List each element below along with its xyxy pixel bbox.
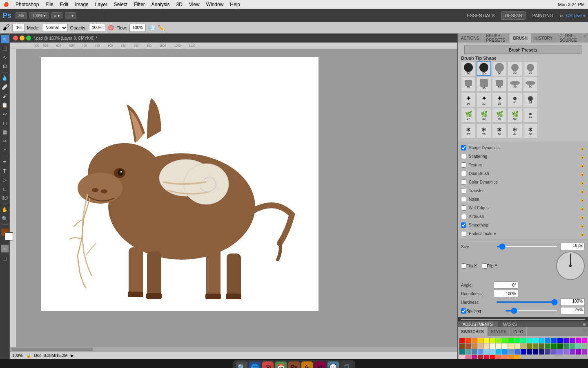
swatch-color[interactable] — [551, 349, 557, 355]
menu-filter[interactable]: Filter — [134, 2, 145, 7]
swatch-color[interactable] — [496, 338, 501, 343]
swatch-color[interactable] — [478, 338, 483, 343]
texture-lock[interactable]: 🔒 — [580, 163, 585, 167]
swatch-color[interactable] — [490, 355, 495, 359]
swatch-color[interactable] — [576, 349, 581, 355]
workspace-design[interactable]: DESIGN — [501, 11, 526, 20]
swatch-color[interactable] — [514, 343, 520, 349]
tab-actions[interactable]: ACTIONS — [458, 34, 483, 43]
swatch-color[interactable] — [582, 338, 587, 343]
menu-image[interactable]: Image — [75, 2, 88, 7]
hardness-value[interactable]: 100% — [560, 298, 585, 306]
canvas-scroll[interactable] — [16, 49, 457, 347]
brush-cell-5[interactable]: 25 — [523, 61, 538, 76]
brush-cell-4[interactable]: 25 — [508, 61, 522, 76]
swatch-color[interactable] — [533, 349, 538, 355]
tab-swatches[interactable]: SWATCHES — [458, 327, 488, 336]
wet-edges-lock[interactable]: 🔒 — [580, 206, 585, 210]
swatch-color[interactable] — [521, 343, 526, 349]
transfer-checkbox[interactable] — [461, 188, 466, 193]
minimize-button[interactable] — [20, 36, 24, 40]
horizontal-scrollbar[interactable] — [10, 347, 457, 352]
swatch-color[interactable] — [466, 349, 471, 355]
brush-cell-22[interactable]: ❄ 23 — [477, 123, 491, 138]
swatch-color[interactable] — [472, 355, 477, 359]
brush-cell-8[interactable]: 25 — [492, 77, 507, 92]
swatch-color[interactable] — [521, 349, 526, 355]
swatch-color[interactable] — [502, 338, 508, 343]
dock-icon-id[interactable]: Id — [314, 361, 326, 368]
swatch-color[interactable] — [478, 349, 483, 355]
swatch-color[interactable] — [459, 338, 465, 343]
menu-analysis[interactable]: Analysis — [151, 2, 170, 7]
maximize-button[interactable] — [26, 36, 31, 40]
swatch-color[interactable] — [539, 349, 544, 355]
airbrush-lock[interactable]: 🔒 — [580, 214, 585, 219]
menu-select[interactable]: Select — [114, 2, 127, 7]
swatch-color[interactable] — [564, 349, 569, 355]
dock-icon-skype[interactable]: 💬 — [327, 361, 339, 368]
canvas-document[interactable] — [41, 57, 318, 311]
text-tool[interactable]: T — [1, 167, 9, 175]
noise-checkbox[interactable] — [461, 197, 466, 202]
swatch-color[interactable] — [570, 349, 575, 355]
wet-edges-checkbox[interactable] — [461, 205, 466, 211]
crop-tool[interactable]: ⊡ — [1, 62, 9, 70]
swatch-color[interactable] — [514, 355, 520, 359]
brush-cell-2[interactable]: 30 — [477, 61, 491, 76]
history-brush-tool[interactable]: ↩ — [1, 110, 9, 118]
menu-help[interactable]: Help — [230, 2, 240, 7]
adj-panel-menu[interactable]: ≡ — [580, 321, 588, 327]
spacing-slider[interactable] — [505, 310, 558, 312]
angle-input[interactable] — [494, 281, 518, 289]
swatch-color[interactable] — [508, 343, 514, 349]
swatch-color[interactable] — [478, 355, 483, 359]
scrollbar-thumb[interactable] — [11, 348, 93, 351]
brush-cell-3[interactable]: 30 — [492, 61, 507, 76]
swatch-color[interactable] — [539, 343, 544, 349]
swatches-menu[interactable]: ≡ — [580, 327, 588, 336]
background-color[interactable] — [5, 232, 13, 240]
swatch-color[interactable] — [521, 338, 526, 343]
protect-texture-checkbox[interactable] — [461, 231, 466, 236]
tab-clone-source[interactable]: CLONE SOURCE — [556, 34, 582, 43]
zoom-button[interactable]: 100% ▾ — [29, 12, 49, 19]
airbrush-toggle[interactable]: 💨 — [148, 25, 155, 31]
swatch-color[interactable] — [496, 343, 501, 349]
brush-cell-6[interactable]: 25 — [461, 77, 476, 92]
swatch-color[interactable] — [490, 349, 495, 355]
gradient-tool[interactable]: ▦ — [1, 128, 9, 136]
brush-cell-17[interactable]: 🌿 39 — [477, 108, 491, 123]
dock-icon-browser[interactable]: 🌐 — [249, 361, 261, 368]
color-dynamics-lock[interactable]: 🔒 — [580, 180, 585, 184]
swatch-color[interactable] — [576, 338, 581, 343]
shape-dynamics-lock[interactable]: 🔒 — [580, 146, 585, 150]
layout-button[interactable]: ≡ ▾ — [51, 12, 62, 19]
swatch-color[interactable] — [557, 338, 563, 343]
swatch-color[interactable] — [466, 355, 471, 359]
brush-cell-9[interactable]: 36 — [508, 77, 522, 92]
dock-icon-ps[interactable]: Ps — [288, 361, 300, 368]
swatch-color[interactable] — [582, 343, 587, 349]
brush-pressure-icon[interactable]: ✏️ — [158, 25, 165, 31]
swatch-color[interactable] — [466, 338, 471, 343]
smoothing-checkbox[interactable] — [461, 222, 466, 228]
swatch-color[interactable] — [472, 349, 477, 355]
shape-tool[interactable]: □ — [1, 185, 9, 193]
expand-icon[interactable]: ▶ — [71, 353, 74, 358]
swatch-color[interactable] — [496, 355, 501, 359]
scattering-checkbox[interactable] — [461, 154, 466, 159]
screen-button[interactable]: □ ▾ — [65, 12, 76, 19]
lasso-tool[interactable]: ∿ — [1, 53, 9, 61]
swatch-color[interactable] — [570, 343, 575, 349]
brush-tool[interactable]: 🖌 — [1, 92, 9, 100]
swatch-color[interactable] — [484, 338, 489, 343]
brush-presets-button[interactable]: Brush Presets — [464, 45, 581, 54]
brush-tool-icon[interactable]: 🖌 — [2, 23, 10, 32]
brush-cell-19[interactable]: 🌿 59 — [508, 108, 522, 123]
angle-wheel[interactable] — [556, 251, 585, 280]
swatch-color[interactable] — [508, 355, 514, 359]
pen-tool[interactable]: ✒ — [1, 158, 9, 166]
swatch-color[interactable] — [533, 338, 538, 343]
swatch-color[interactable] — [484, 349, 489, 355]
